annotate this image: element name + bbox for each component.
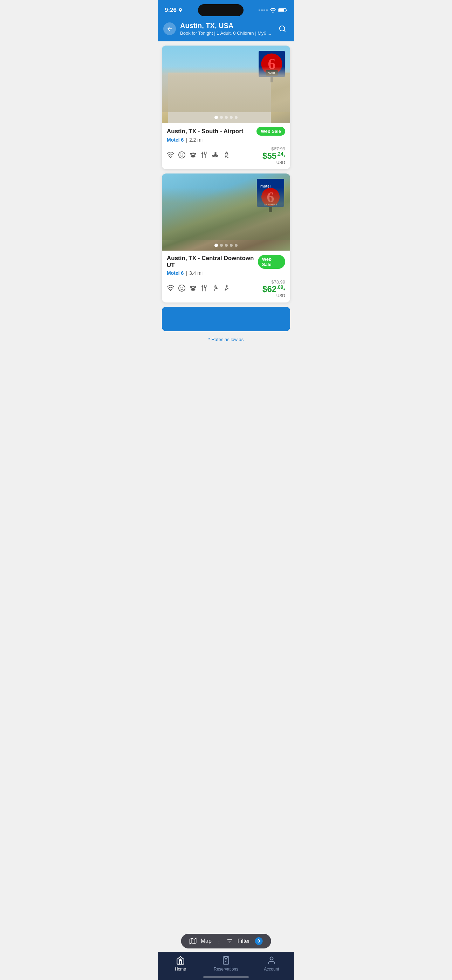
price-block-2: $78.99 $62.09* USD: [263, 279, 285, 298]
hotel-image-2: motel 6 WI-FI HERE: [162, 173, 290, 251]
hotel-list: 6 WIFI Austin, TX - South - Airport Web …: [158, 41, 294, 381]
header-text: Austin, TX, USA Book for Tonight | 1 Adu…: [180, 22, 272, 36]
hotel-name-row-2: Austin, TX - Central Downtown UT Web Sal…: [167, 255, 285, 269]
pets-amenity-icon: [189, 151, 197, 161]
notch: [198, 4, 244, 16]
dot: [220, 244, 223, 247]
brand-name-2[interactable]: Motel 6: [167, 270, 184, 276]
dining-amenity-icon: [201, 151, 208, 161]
dot: [230, 244, 232, 247]
hotel-info-1: Austin, TX - South - Airport Web Sale Mo…: [162, 123, 290, 169]
hotel-image-1: 6 WIFI: [162, 46, 290, 123]
currency-1: USD: [263, 160, 285, 165]
dot: [230, 116, 232, 119]
svg-point-3: [280, 26, 285, 31]
header: Austin, TX, USA Book for Tonight | 1 Adu…: [158, 19, 294, 41]
hotel-brand-row-2: Motel 6 | 3.4 mi: [167, 270, 285, 276]
image-dots-2: [215, 243, 237, 247]
svg-point-27: [179, 285, 185, 291]
hotel-brand-row-1: Motel 6 | 2.2 mi: [167, 137, 285, 143]
dot: [235, 116, 237, 119]
amenities-price-row-2: $78.99 $62.09* USD: [167, 279, 285, 298]
dot: [235, 244, 237, 247]
hotel-info-2: Austin, TX - Central Downtown UT Web Sal…: [162, 251, 290, 302]
accessible-amenity-icon: [223, 151, 231, 161]
price-block-1: $67.99 $55.24* USD: [263, 146, 285, 165]
back-button[interactable]: [163, 22, 176, 35]
hotel-card-1[interactable]: 6 WIFI Austin, TX - South - Airport Web …: [162, 46, 290, 169]
hotel-name-1: Austin, TX - South - Airport: [167, 128, 243, 135]
dot-active: [215, 243, 218, 247]
amenities-1: [167, 151, 231, 161]
partial-hotel-card[interactable]: [162, 307, 290, 331]
dot: [220, 116, 223, 119]
search-subtitle: Book for Tonight | 1 Adult, 0 Children |…: [180, 30, 272, 36]
distance-2: 3.4 mi: [189, 270, 202, 276]
original-price-2: $78.99: [263, 279, 285, 285]
brand-name-1[interactable]: Motel 6: [167, 137, 184, 143]
location-title: Austin, TX, USA: [180, 22, 272, 30]
web-sale-badge-2: Web Sale: [258, 255, 285, 269]
hotel-card-2[interactable]: motel 6 WI-FI HERE Austin, TX - Central …: [162, 173, 290, 302]
search-button[interactable]: [276, 22, 289, 35]
svg-rect-2: [279, 9, 284, 11]
dot: [225, 116, 228, 119]
original-price-1: $67.99: [263, 146, 285, 151]
location-icon: [178, 8, 183, 13]
svg-point-12: [179, 151, 185, 158]
svg-rect-1: [286, 10, 287, 11]
pets-amenity-icon-2: [189, 284, 197, 294]
kids-amenity-icon: [178, 151, 186, 161]
battery-icon: [278, 8, 287, 13]
dining-amenity-icon-2: [201, 284, 208, 294]
amenities-price-row-1: $67.99 $55.24* USD: [167, 146, 285, 165]
hotel-name-row-1: Austin, TX - South - Airport Web Sale: [167, 127, 285, 136]
svg-point-33: [215, 285, 216, 286]
pool-amenity-icon: [212, 151, 220, 161]
currency-2: USD: [263, 293, 285, 298]
hotel-name-2: Austin, TX - Central Downtown UT: [167, 255, 258, 269]
accessible-amenity-icon-2: [212, 284, 220, 294]
svg-line-4: [284, 30, 285, 32]
svg-point-11: [170, 157, 171, 158]
accessible-plus-amenity-icon: [223, 284, 231, 294]
sale-price-2: $62.09*: [263, 285, 285, 293]
sale-price-1: $55.24*: [263, 151, 285, 160]
wifi-amenity-icon-2: [167, 285, 175, 293]
status-icons: [259, 8, 287, 13]
distance-1: 2.2 mi: [189, 137, 202, 143]
svg-point-26: [170, 290, 171, 291]
distance-separator-1: |: [186, 137, 187, 143]
search-icon: [279, 25, 286, 33]
status-bar: 9:26: [158, 0, 294, 19]
dot: [225, 244, 228, 247]
image-dots-1: [215, 116, 237, 119]
kids-amenity-icon-2: [178, 284, 186, 294]
web-sale-badge-1: Web Sale: [256, 127, 285, 136]
status-time: 9:26: [165, 7, 183, 14]
distance-separator-2: |: [186, 270, 187, 276]
signal-icon: [259, 10, 268, 11]
rates-text: * Rates as low as: [162, 336, 290, 345]
dot-active: [215, 116, 218, 119]
amenities-2: [167, 284, 231, 294]
wifi-icon: [270, 8, 276, 13]
wifi-amenity-icon: [167, 152, 175, 160]
